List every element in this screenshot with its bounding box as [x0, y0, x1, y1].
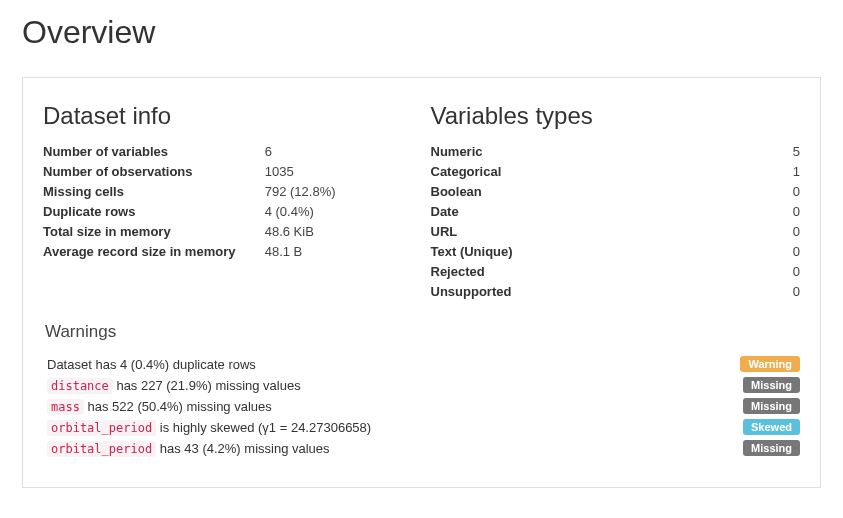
var-type-value: 0: [689, 262, 800, 282]
var-type-value: 0: [689, 202, 800, 222]
warnings-list: Dataset has 4 (0.4%) duplicate rows Warn…: [43, 354, 800, 459]
warning-row: orbital_period has 43 (4.2%) missing val…: [43, 438, 800, 459]
table-row: Date0: [431, 202, 801, 222]
table-row: URL0: [431, 222, 801, 242]
variable-types-heading: Variables types: [431, 102, 801, 130]
dataset-info-value: 48.1 B: [265, 242, 413, 262]
status-badge: Missing: [743, 398, 800, 414]
var-type-label: Categorical: [431, 162, 690, 182]
table-row: Unsupported0: [431, 282, 801, 302]
var-type-label: URL: [431, 222, 690, 242]
var-type-value: 0: [689, 182, 800, 202]
dataset-info-label: Total size in memory: [43, 222, 265, 242]
table-row: Total size in memory48.6 KiB: [43, 222, 413, 242]
dataset-info-table: Number of variables6 Number of observati…: [43, 142, 413, 262]
overview-panel: Dataset info Number of variables6 Number…: [22, 77, 821, 488]
var-type-value: 0: [689, 242, 800, 262]
warning-text: orbital_period has 43 (4.2%) missing val…: [47, 441, 743, 456]
dataset-info-value: 6: [265, 142, 413, 162]
dataset-info-label: Duplicate rows: [43, 202, 265, 222]
status-badge: Missing: [743, 440, 800, 456]
table-row: Number of variables6: [43, 142, 413, 162]
warning-text: Dataset has 4 (0.4%) duplicate rows: [47, 357, 740, 372]
table-row: Average record size in memory48.1 B: [43, 242, 413, 262]
table-row: Boolean0: [431, 182, 801, 202]
table-row: Rejected0: [431, 262, 801, 282]
dataset-info-heading: Dataset info: [43, 102, 413, 130]
var-type-label: Date: [431, 202, 690, 222]
table-row: Text (Unique)0: [431, 242, 801, 262]
status-badge: Warning: [740, 356, 800, 372]
dataset-info-value: 792 (12.8%): [265, 182, 413, 202]
dataset-info-value: 4 (0.4%): [265, 202, 413, 222]
status-badge: Missing: [743, 377, 800, 393]
dataset-info-section: Dataset info Number of variables6 Number…: [43, 102, 431, 302]
warning-text: orbital_period is highly skewed (γ1 = 24…: [47, 420, 743, 435]
variable-code: mass: [47, 399, 84, 415]
warning-row: distance has 227 (21.9%) missing values …: [43, 375, 800, 396]
status-badge: Skewed: [743, 419, 800, 435]
var-type-label: Unsupported: [431, 282, 690, 302]
warning-text: mass has 522 (50.4%) missing values: [47, 399, 743, 414]
dataset-info-label: Average record size in memory: [43, 242, 265, 262]
variable-types-table: Numeric5 Categorical1 Boolean0 Date0 URL…: [431, 142, 801, 302]
var-type-label: Numeric: [431, 142, 690, 162]
variable-code: distance: [47, 378, 113, 394]
table-row: Duplicate rows4 (0.4%): [43, 202, 413, 222]
table-row: Numeric5: [431, 142, 801, 162]
dataset-info-label: Missing cells: [43, 182, 265, 202]
dataset-info-label: Number of variables: [43, 142, 265, 162]
warnings-heading: Warnings: [45, 322, 800, 342]
table-row: Missing cells792 (12.8%): [43, 182, 413, 202]
var-type-value: 5: [689, 142, 800, 162]
table-row: Number of observations1035: [43, 162, 413, 182]
warning-text: distance has 227 (21.9%) missing values: [47, 378, 743, 393]
variable-code: orbital_period: [47, 441, 156, 457]
warning-row: mass has 522 (50.4%) missing values Miss…: [43, 396, 800, 417]
dataset-info-label: Number of observations: [43, 162, 265, 182]
var-type-value: 1: [689, 162, 800, 182]
variable-code: orbital_period: [47, 420, 156, 436]
var-type-label: Text (Unique): [431, 242, 690, 262]
page-title: Overview: [22, 14, 821, 51]
warning-row: orbital_period is highly skewed (γ1 = 24…: [43, 417, 800, 438]
table-row: Categorical1: [431, 162, 801, 182]
warning-row: Dataset has 4 (0.4%) duplicate rows Warn…: [43, 354, 800, 375]
dataset-info-value: 48.6 KiB: [265, 222, 413, 242]
variable-types-section: Variables types Numeric5 Categorical1 Bo…: [431, 102, 801, 302]
var-type-label: Boolean: [431, 182, 690, 202]
var-type-value: 0: [689, 282, 800, 302]
var-type-label: Rejected: [431, 262, 690, 282]
var-type-value: 0: [689, 222, 800, 242]
dataset-info-value: 1035: [265, 162, 413, 182]
